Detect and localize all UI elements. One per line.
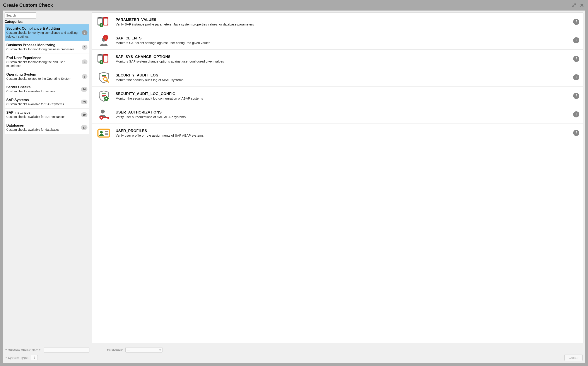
category-item[interactable]: Security, Compliance & Auditing Custom c… bbox=[5, 24, 89, 41]
svg-rect-54 bbox=[107, 117, 108, 119]
category-item[interactable]: Databases Custom checks available for da… bbox=[5, 121, 89, 134]
info-button[interactable]: i bbox=[573, 37, 579, 43]
clipboards-icon: ? bbox=[96, 16, 111, 28]
footer-row-2: * System Type: ▲▼ Create bbox=[6, 354, 582, 361]
svg-line-49 bbox=[108, 97, 108, 98]
check-title: SAP_SYS_CHANGE_OPTIONS bbox=[116, 55, 571, 59]
category-count-badge: 14 bbox=[81, 87, 87, 92]
category-title: Security, Compliance & Auditing bbox=[6, 27, 80, 30]
category-desc: Custom checks for monitoring business pr… bbox=[6, 47, 80, 51]
category-item[interactable]: Server Checks Custom checks available fo… bbox=[5, 83, 89, 96]
check-desc: Monitor the security audit log configura… bbox=[116, 97, 571, 100]
check-title: SECURITY_AUDIT_LOG_CONFIG bbox=[116, 92, 571, 96]
shield-search-icon-wrap bbox=[96, 71, 112, 84]
category-count-badge: 7 bbox=[82, 30, 87, 35]
check-row[interactable]: SECURITY_AUDIT_LOG_CONFIG Monitor the se… bbox=[92, 87, 583, 105]
footer-row-1: * Custom Check Name: Customer: --- ▲▼ bbox=[6, 347, 582, 352]
category-title: SAP Instances bbox=[6, 111, 79, 114]
id-card-icon bbox=[96, 127, 111, 139]
info-button[interactable]: i bbox=[573, 111, 579, 117]
info-button[interactable]: i bbox=[573, 130, 579, 136]
shield-search-icon bbox=[96, 71, 111, 83]
person-info-icon-wrap: i bbox=[96, 34, 112, 46]
category-item[interactable]: SAP Instances Custom checks available fo… bbox=[5, 108, 89, 121]
dialog-title: Create Custom Check bbox=[3, 2, 569, 8]
category-item[interactable]: Operating System Custom checks related t… bbox=[5, 70, 89, 83]
svg-point-50 bbox=[101, 110, 105, 114]
close-button[interactable] bbox=[579, 2, 585, 8]
info-button[interactable]: i bbox=[573, 19, 579, 25]
clipboards-icon-wrap: ? bbox=[96, 16, 112, 28]
person-info-icon: i bbox=[96, 34, 111, 46]
check-title: USER_AUTHORIZATIONS bbox=[116, 110, 571, 114]
custom-check-name-label: * Custom Check Name: bbox=[6, 348, 41, 352]
dialog-create-custom-check: Create Custom Check Categories Security,… bbox=[0, 0, 588, 366]
titlebar: Create Custom Check bbox=[0, 0, 588, 10]
svg-line-36 bbox=[107, 80, 108, 82]
maximize-button[interactable] bbox=[571, 2, 577, 8]
category-title: Business Process Monitoring bbox=[6, 43, 80, 47]
check-row[interactable]: ? PARAMETER_VALUES Verify SAP instance p… bbox=[92, 13, 583, 31]
category-item[interactable]: Business Process Monitoring Custom check… bbox=[5, 41, 89, 54]
customer-value: --- bbox=[127, 348, 159, 352]
svg-line-48 bbox=[104, 100, 105, 101]
svg-rect-25 bbox=[104, 56, 108, 62]
svg-rect-20 bbox=[99, 54, 102, 55]
svg-rect-37 bbox=[102, 93, 106, 94]
chevron-updown-icon: ▲▼ bbox=[33, 356, 35, 359]
svg-rect-8 bbox=[104, 17, 107, 18]
check-list: ? PARAMETER_VALUES Verify SAP instance p… bbox=[92, 12, 583, 343]
shield-gear-icon bbox=[96, 90, 111, 102]
check-row[interactable]: USER_PROFILES Verify user profile or rol… bbox=[92, 124, 583, 142]
check-row[interactable]: SECURITY_AUDIT_LOG Monitor the security … bbox=[92, 68, 583, 87]
category-list: Security, Compliance & Auditing Custom c… bbox=[5, 24, 89, 134]
svg-line-47 bbox=[108, 100, 108, 101]
category-item[interactable]: End User Experience Custom checks for mo… bbox=[5, 54, 89, 70]
category-item[interactable]: SAP Systems Custom checks available for … bbox=[5, 96, 89, 109]
custom-check-name-input[interactable] bbox=[44, 347, 89, 352]
system-type-select[interactable]: ▲▼ bbox=[31, 355, 38, 360]
expand-icon bbox=[572, 3, 576, 8]
svg-rect-38 bbox=[102, 95, 106, 96]
category-title: Databases bbox=[6, 123, 79, 127]
svg-rect-2 bbox=[99, 17, 102, 18]
svg-rect-39 bbox=[102, 96, 104, 97]
info-button[interactable]: i bbox=[573, 74, 579, 80]
check-title: USER_PROFILES bbox=[116, 129, 571, 133]
check-row[interactable]: ? SAP_SYS_CHANGE_OPTIONS Monitors SAP sy… bbox=[92, 50, 583, 68]
svg-point-52 bbox=[101, 117, 102, 119]
category-title: Server Checks bbox=[6, 85, 79, 89]
svg-point-41 bbox=[106, 98, 107, 99]
svg-line-46 bbox=[104, 97, 105, 98]
check-title: SAP_CLIENTS bbox=[116, 36, 571, 40]
dialog-footer: * Custom Check Name: Customer: --- ▲▼ * … bbox=[3, 345, 585, 363]
check-title: SECURITY_AUDIT_LOG bbox=[116, 73, 571, 77]
check-row[interactable]: USER_AUTHORIZATIONS Verify user authoriz… bbox=[92, 105, 583, 124]
search-input[interactable] bbox=[5, 12, 36, 18]
check-desc: Verify user authorizations of SAP ABAP s… bbox=[116, 115, 571, 119]
id-card-icon-wrap bbox=[96, 127, 112, 139]
svg-rect-55 bbox=[108, 117, 109, 119]
info-button[interactable]: i bbox=[573, 93, 579, 99]
check-row[interactable]: i SAP_CLIENTS Monitors SAP client settin… bbox=[92, 31, 583, 50]
info-button[interactable]: i bbox=[573, 56, 579, 62]
check-desc: Verify SAP instance profile parameters, … bbox=[116, 23, 571, 26]
create-button[interactable]: Create bbox=[564, 354, 582, 361]
svg-point-57 bbox=[100, 131, 103, 134]
svg-rect-32 bbox=[102, 75, 106, 76]
svg-rect-26 bbox=[104, 54, 107, 55]
chevron-updown-icon: ▲▼ bbox=[159, 348, 161, 351]
customer-select[interactable]: --- ▲▼ bbox=[125, 347, 163, 352]
category-desc: Custom checks available for databases bbox=[6, 128, 79, 132]
user-key-icon-wrap bbox=[96, 108, 112, 121]
check-desc: Verify user profile or role assignments … bbox=[116, 134, 571, 137]
close-icon bbox=[580, 3, 584, 8]
svg-rect-53 bbox=[103, 117, 109, 118]
clipboards-icon: ? bbox=[96, 53, 111, 65]
categories-heading: Categories bbox=[5, 20, 89, 24]
category-desc: Custom checks for monitoring the end use… bbox=[6, 60, 80, 68]
category-count-badge: 5 bbox=[82, 60, 87, 64]
category-desc: Custom checks available for SAP Systems bbox=[6, 102, 79, 106]
category-count-badge: 13 bbox=[81, 125, 87, 130]
category-title: Operating System bbox=[6, 73, 80, 76]
